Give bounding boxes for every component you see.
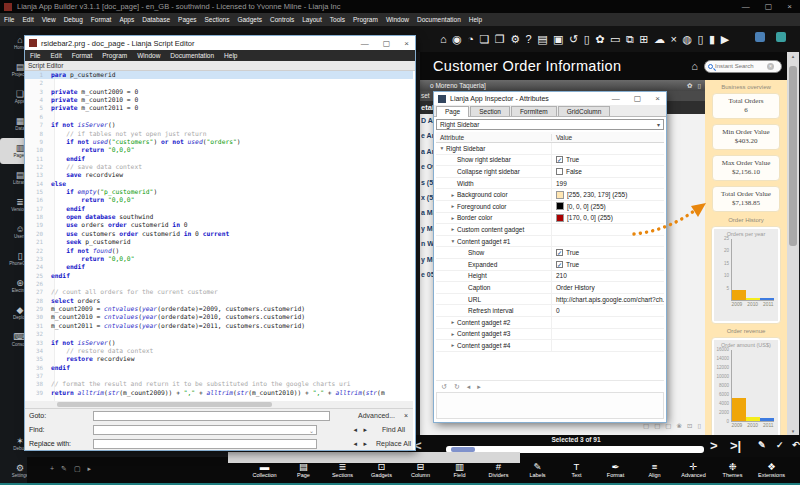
attr-row-content-gadget-3[interactable]: ▸Content gadget #3 [436,329,664,341]
confirm-icon[interactable]: ✓ [776,440,784,450]
menu-documentation[interactable]: Documentation [413,16,465,23]
web-globe-icon[interactable]: ◍ [682,26,692,52]
inspector-titlebar[interactable]: Lianja App Inspector - Attributes — ▢ × [434,92,666,105]
menu-layout[interactable]: Layout [298,16,326,23]
find-input[interactable]: ⌄ [93,425,317,435]
editor-footer-icon-3[interactable]: ▸ [88,465,92,473]
tray-icon-teal[interactable] [776,32,786,42]
editor-close-button[interactable]: × [404,39,409,48]
inspector-footer-icon-3[interactable]: ▸ [477,383,481,391]
toolbar-item-labels[interactable]: ✎Labels [518,457,557,483]
undo-icon[interactable]: ↺ [569,26,578,52]
vertical-scrollbar[interactable]: ▴ ▾ [787,52,799,435]
attr-row-content-gadget-2[interactable]: ▸Content gadget #2 [436,317,664,329]
attr-row-caption[interactable]: CaptionOrder History [436,282,664,294]
menu-apps[interactable]: Apps [115,16,138,23]
editor-menu-documentation[interactable]: Documentation [165,52,219,59]
attr-row-expanded[interactable]: Expanded✓True [436,259,664,271]
replace-input[interactable] [93,439,317,449]
menu-edit[interactable]: Edit [18,16,37,23]
run-play-icon[interactable]: ▶ [721,26,729,52]
preview-eye-icon[interactable]: ◉ [452,26,462,52]
hscroll-thumb[interactable] [57,402,272,407]
history-clock-icon[interactable]: ◔ [467,26,474,52]
close-button[interactable]: × [787,2,792,11]
replace-next-icon[interactable]: ▸ [363,440,367,448]
last-record-button[interactable]: >| [730,438,741,453]
replace-prev-icon[interactable]: ◂ [353,440,357,448]
attr-row-height[interactable]: Height210 [436,271,664,283]
find-prev-icon[interactable]: ◂ [353,426,357,434]
close-icon[interactable]: × [670,26,676,52]
menu-format[interactable]: Format [87,16,116,23]
find-all-button[interactable]: Find All [382,426,405,433]
page-help-icon[interactable]: ? [526,26,532,52]
form-footer-icon-1[interactable]: ▢ [654,422,660,430]
find-next-icon[interactable]: ▸ [363,426,367,434]
tab-section[interactable]: Section [470,106,510,116]
editor-footer-icon-1[interactable]: ✎ [61,465,67,473]
section-settings-icon[interactable]: ✿ [687,82,692,90]
attr-row-collapse-right-sidebar[interactable]: Collapse right sidebarFalse [436,166,664,178]
section-delete-icon[interactable]: ▯ [697,82,701,90]
expand-icon[interactable]: ▸ [449,342,457,348]
editor-maximize-button[interactable]: ▢ [383,39,391,48]
instant-search-box[interactable]: × [704,60,782,73]
expand-icon[interactable]: ▸ [449,319,457,325]
toolbar-item-align[interactable]: ≡Align [635,457,674,483]
editor-menu-program[interactable]: Program [97,52,132,59]
copy-page-icon[interactable]: ❐ [495,26,505,52]
form-footer-icon-0[interactable]: ▢ [643,422,649,430]
menu-file[interactable]: File [0,16,18,23]
editor-menu-window[interactable]: Window [132,52,165,59]
checkbox-checked-icon[interactable]: ✓ [556,156,563,163]
gear-flower-icon[interactable]: ✿ [595,26,604,52]
minimize-button[interactable]: — [742,2,750,11]
attr-row-width[interactable]: Width199 [436,178,664,190]
checkbox-checked-icon[interactable]: ✓ [556,249,563,256]
monitor-icon[interactable]: ▭ [610,26,620,52]
toolbar-item-advanced[interactable]: ✛Advanced [674,457,713,483]
expand-icon[interactable]: ▾ [449,238,457,244]
tab-gridcolumn[interactable]: GridColumn [558,106,611,116]
menu-pages[interactable]: Pages [174,16,200,23]
editor-menu-format[interactable]: Format [67,52,98,59]
add-page-icon[interactable]: ⊞ [639,26,648,52]
close-panel-icon[interactable]: × [404,412,408,419]
menu-window[interactable]: Window [382,16,413,23]
attr-row-refresh-interval[interactable]: Refresh interval0 [436,305,664,317]
editor-menu-edit[interactable]: Edit [45,52,66,59]
attr-row-url[interactable]: URLhttp://chart.apis.google.com/chart?ch… [436,294,664,306]
menu-debug[interactable]: Debug [60,16,87,23]
save-icon[interactable]: ▣ [553,26,563,52]
form-footer-icon-4[interactable]: ⊡ [687,422,692,430]
checkbox-unchecked-icon[interactable] [556,168,563,175]
editor-footer-icon-0[interactable]: + [50,465,54,473]
checkbox-checked-icon[interactable]: ✓ [556,261,563,268]
advanced-link[interactable]: Advanced... [358,412,395,419]
menu-tools[interactable]: Tools [326,16,349,23]
expand-icon[interactable]: ▸ [449,192,457,198]
new-page-icon[interactable]: ❏ [479,26,489,52]
editor-menu-file[interactable]: File [25,52,45,59]
tablet-icon[interactable]: ▯ [698,26,704,52]
toolbar-item-extensions[interactable]: ❖Extensions [752,457,791,483]
expand-icon[interactable]: ▸ [449,331,457,337]
editor-menu-help[interactable]: Help [219,52,242,59]
inspector-footer-icon-1[interactable]: ↻ [454,383,460,391]
form-footer-icon-2[interactable]: ▢ [665,422,671,430]
cloud-upload-icon[interactable]: ☁ [654,26,665,52]
library-books-icon[interactable]: ▤ [537,26,547,52]
inspector-maximize-button[interactable]: ▢ [634,94,642,103]
attr-row-content-gadget-4[interactable]: ▸Content gadget #4 [436,340,664,352]
goto-input[interactable] [93,411,330,421]
form-footer-icon-5[interactable]: ▯ [697,422,701,430]
menu-sections[interactable]: Sections [201,16,234,23]
tab-page[interactable]: Page [436,106,469,117]
code-editor[interactable]: 1para p_customerid23private m_count2009 … [25,71,413,401]
expand-icon[interactable]: ▸ [449,203,457,209]
horizontal-scrollbar[interactable] [25,401,413,408]
scrollbar-thumb[interactable] [789,66,797,246]
dropdown-caret-icon[interactable]: ⌄ [309,427,314,434]
search-input[interactable] [715,63,767,69]
